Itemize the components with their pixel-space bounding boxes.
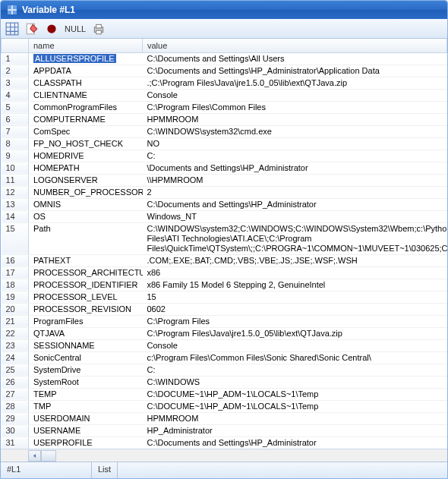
cell-value[interactable]: HPMMROOM — [143, 113, 447, 125]
cell-name[interactable]: COMPUTERNAME — [29, 113, 143, 125]
cell-name[interactable]: PATHEXT — [29, 254, 143, 266]
scroll-left-button[interactable] — [28, 450, 41, 462]
print-button[interactable] — [92, 22, 106, 36]
cell-name[interactable]: CLIENTNAME — [29, 89, 143, 101]
table-row[interactable]: 25SystemDriveC: — [2, 364, 447, 376]
cell-name[interactable]: TMP — [29, 400, 143, 412]
cell-value[interactable]: 2 — [143, 186, 447, 198]
table-row[interactable]: 1ALLUSERSPROFILEC:\Documents and Setting… — [2, 52, 447, 65]
cell-value[interactable]: HPMMROOM — [143, 412, 447, 424]
table-row[interactable]: 14OSWindows_NT — [2, 210, 447, 222]
cell-value[interactable]: \\HPMMROOM — [143, 174, 447, 186]
cell-value[interactable]: C: — [143, 150, 447, 162]
cell-name[interactable]: ComSpec — [29, 125, 143, 137]
cell-name[interactable]: LOGONSERVER — [29, 174, 143, 186]
table-row[interactable]: 11LOGONSERVER\\HPMMROOM — [2, 174, 447, 186]
table-row[interactable]: 31USERPROFILEC:\Documents and Settings\H… — [2, 436, 447, 449]
scroll-thumb[interactable] — [41, 450, 56, 462]
cell-name[interactable]: ProgramFiles — [29, 315, 143, 327]
cell-value[interactable]: C:\DOCUME~1\HP_ADM~1\LOCALS~1\Temp — [143, 388, 447, 400]
cell-value[interactable]: 15 — [143, 291, 447, 303]
cell-name[interactable]: HOMEDRIVE — [29, 150, 143, 162]
cell-name[interactable]: FP_NO_HOST_CHECK — [29, 137, 143, 150]
cell-name[interactable]: HOMEPATH — [29, 162, 143, 174]
table-row[interactable]: 4CLIENTNAMEConsole — [2, 89, 447, 101]
cell-name[interactable]: ALLUSERSPROFILE — [29, 52, 143, 65]
cell-value[interactable]: C:\Program Files\Common Files — [143, 101, 447, 113]
null-icon[interactable] — [45, 22, 58, 36]
cell-value[interactable]: Windows_NT — [143, 210, 447, 222]
table-row[interactable]: 27TEMPC:\DOCUME~1\HP_ADM~1\LOCALS~1\Temp — [2, 388, 447, 400]
cell-name[interactable]: NUMBER_OF_PROCESSORS — [29, 186, 143, 198]
col-header-value[interactable]: value — [143, 39, 447, 52]
cell-name[interactable]: SystemDrive — [29, 364, 143, 376]
table-row[interactable]: 16PATHEXT.COM;.EXE;.BAT;.CMD;.VBS;.VBE;.… — [2, 254, 447, 266]
cell-value[interactable]: .COM;.EXE;.BAT;.CMD;.VBS;.VBE;.JS;.JSE;.… — [143, 254, 447, 266]
table-row[interactable]: 17PROCESSOR_ARCHITECTUREx86 — [2, 266, 447, 279]
table-row[interactable]: 23SESSIONNAMEConsole — [2, 339, 447, 351]
table-row[interactable]: 15PathC:\WINDOWS\system32;C:\WINDOWS;C:\… — [2, 222, 447, 254]
table-row[interactable]: 21ProgramFilesC:\Program Files — [2, 315, 447, 327]
col-header-name[interactable]: name — [29, 39, 143, 52]
table-row[interactable]: 6COMPUTERNAMEHPMMROOM — [2, 113, 447, 125]
cell-value[interactable]: C:\WINDOWS\system32;C:\WINDOWS;C:\WINDOW… — [143, 222, 447, 254]
cell-name[interactable]: CommonProgramFiles — [29, 101, 143, 113]
cell-name[interactable]: USERPROFILE — [29, 436, 143, 449]
table-row[interactable]: 18PROCESSOR_IDENTIFIERx86 Family 15 Mode… — [2, 279, 447, 291]
cell-name[interactable]: Path — [29, 222, 143, 254]
table-row[interactable]: 24SonicCentralc:\Program Files\Common Fi… — [2, 351, 447, 364]
table-row[interactable]: 19PROCESSOR_LEVEL15 — [2, 291, 447, 303]
data-grid[interactable]: name value 1ALLUSERSPROFILEC:\Documents … — [1, 39, 447, 449]
cell-value[interactable]: x86 Family 15 Model 6 Stepping 2, Genuin… — [143, 279, 447, 291]
cell-name[interactable]: QTJAVA — [29, 327, 143, 339]
table-row[interactable]: 20PROCESSOR_REVISION0602 — [2, 303, 447, 315]
table-row[interactable]: 12NUMBER_OF_PROCESSORS2 — [2, 186, 447, 198]
cell-value[interactable]: HP_Administrator — [143, 424, 447, 436]
table-row[interactable]: 30USERNAMEHP_Administrator — [2, 424, 447, 436]
cell-value[interactable]: C:\DOCUME~1\HP_ADM~1\LOCALS~1\Temp — [143, 400, 447, 412]
cell-value[interactable]: c:\Program Files\Common Files\Sonic Shar… — [143, 351, 447, 364]
table-row[interactable]: 7ComSpecC:\WINDOWS\system32\cmd.exe — [2, 125, 447, 137]
cell-value[interactable]: C:\WINDOWS — [143, 376, 447, 388]
cell-value[interactable]: C:\Documents and Settings\All Users — [143, 52, 447, 65]
cell-value[interactable]: C:\Documents and Settings\HP_Administrat… — [143, 198, 447, 210]
cell-name[interactable]: PROCESSOR_IDENTIFIER — [29, 279, 143, 291]
horizontal-scrollbar[interactable] — [1, 449, 447, 462]
col-header-rownum[interactable] — [2, 39, 29, 52]
cell-name[interactable]: CLASSPATH — [29, 77, 143, 89]
table-row[interactable]: 2APPDATAC:\Documents and Settings\HP_Adm… — [2, 65, 447, 77]
table-row[interactable]: 26SystemRootC:\WINDOWS — [2, 376, 447, 388]
table-row[interactable]: 22QTJAVAC:\Program Files\Java\jre1.5.0_0… — [2, 327, 447, 339]
cell-value[interactable]: NO — [143, 137, 447, 150]
grid-view-button[interactable] — [5, 22, 19, 36]
table-row[interactable]: 9HOMEDRIVEC: — [2, 150, 447, 162]
cell-value[interactable]: C:\Documents and Settings\HP_Administrat… — [143, 65, 447, 77]
cell-value[interactable]: Console — [143, 89, 447, 101]
cell-name[interactable]: SESSIONNAME — [29, 339, 143, 351]
cell-name[interactable]: SystemRoot — [29, 376, 143, 388]
cell-value[interactable]: C: — [143, 364, 447, 376]
cell-value[interactable]: C:\Program Files — [143, 315, 447, 327]
cell-value[interactable]: 0602 — [143, 303, 447, 315]
table-row[interactable]: 3CLASSPATH.;C:\Program Files\Java\jre1.5… — [2, 77, 447, 89]
table-row[interactable]: 8FP_NO_HOST_CHECKNO — [2, 137, 447, 150]
table-row[interactable]: 28TMPC:\DOCUME~1\HP_ADM~1\LOCALS~1\Temp — [2, 400, 447, 412]
cell-name[interactable]: OMNIS — [29, 198, 143, 210]
cell-value[interactable]: C:\Documents and Settings\HP_Administrat… — [143, 436, 447, 449]
cell-value[interactable]: Console — [143, 339, 447, 351]
table-row[interactable]: 13OMNISC:\Documents and Settings\HP_Admi… — [2, 198, 447, 210]
cell-name[interactable]: PROCESSOR_ARCHITECTURE — [29, 266, 143, 279]
cell-name[interactable]: USERNAME — [29, 424, 143, 436]
cell-name[interactable]: PROCESSOR_LEVEL — [29, 291, 143, 303]
table-row[interactable]: 29USERDOMAINHPMMROOM — [2, 412, 447, 424]
table-row[interactable]: 10HOMEPATH\Documents and Settings\HP_Adm… — [2, 162, 447, 174]
cell-name[interactable]: TEMP — [29, 388, 143, 400]
cell-value[interactable]: .;C:\Program Files\Java\jre1.5.0_05\lib\… — [143, 77, 447, 89]
table-row[interactable]: 5CommonProgramFilesC:\Program Files\Comm… — [2, 101, 447, 113]
cell-value[interactable]: \Documents and Settings\HP_Administrator — [143, 162, 447, 174]
edit-button[interactable] — [25, 22, 39, 36]
cell-name[interactable]: SonicCentral — [29, 351, 143, 364]
cell-name[interactable]: USERDOMAIN — [29, 412, 143, 424]
cell-name[interactable]: PROCESSOR_REVISION — [29, 303, 143, 315]
cell-value[interactable]: C:\WINDOWS\system32\cmd.exe — [143, 125, 447, 137]
